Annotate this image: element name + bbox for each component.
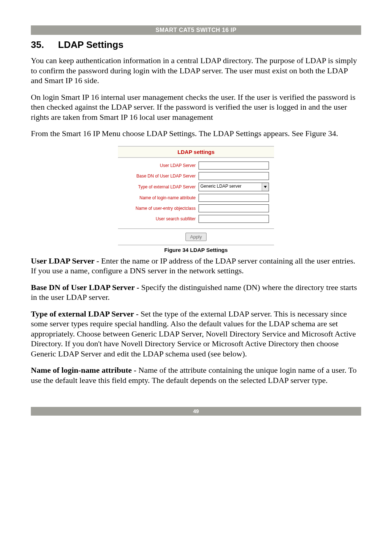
select-type-external[interactable]: Generic LDAP server <box>199 183 269 191</box>
term-type-external: Type of external LDAP Server - <box>31 309 140 318</box>
row-user-search-subfilter: User search subfilter <box>123 215 269 223</box>
input-user-search-subfilter[interactable] <box>199 215 269 223</box>
apply-button[interactable]: Apply <box>185 233 207 241</box>
def-login-name-attr: Name of login-name attribute - Name of t… <box>31 365 361 385</box>
svg-marker-0 <box>264 186 267 188</box>
term-user-ldap-server: User LDAP Server - <box>31 256 101 265</box>
ldap-settings-panel: LDAP settings User LDAP Server Base DN o… <box>118 146 274 245</box>
select-type-external-value: Generic LDAP server <box>199 183 262 191</box>
def-type-external: Type of external LDAP Server - Set the t… <box>31 309 361 359</box>
section-number: 35. <box>31 39 58 50</box>
label-base-dn: Base DN of User LDAP Server <box>123 174 199 179</box>
row-base-dn: Base DN of User LDAP Server <box>123 172 269 180</box>
chevron-down-icon <box>262 183 269 191</box>
row-user-entry-objectclass: Name of user-entry objectclass <box>123 204 269 212</box>
row-login-name-attr: Name of login-name attribute <box>123 194 269 202</box>
label-user-ldap-server: User LDAP Server <box>123 163 199 168</box>
row-user-ldap-server: User LDAP Server <box>123 162 269 170</box>
term-login-name-attr: Name of login-name attribute - <box>31 366 138 375</box>
input-base-dn[interactable] <box>199 172 269 180</box>
label-login-name-attr: Name of login-name attribute <box>123 195 199 200</box>
section-heading: 35.LDAP Settings <box>31 39 361 50</box>
label-user-entry-objectclass: Name of user-entry objectclass <box>123 206 199 211</box>
label-user-search-subfilter: User search subfilter <box>123 216 199 221</box>
panel-body: User LDAP Server Base DN of User LDAP Se… <box>118 158 274 229</box>
def-base-dn: Base DN of User LDAP Server - Specify th… <box>31 282 361 302</box>
header-title: SMART CAT5 SWITCH 16 IP <box>156 27 237 33</box>
paragraph-2: On login Smart IP 16 internal user manag… <box>31 92 361 122</box>
input-user-ldap-server[interactable] <box>199 162 269 170</box>
paragraph-1: You can keep authentication information … <box>31 56 361 86</box>
paragraph-3: From the Smart 16 IP Menu choose LDAP Se… <box>31 128 361 139</box>
panel-title: LDAP settings <box>118 147 274 158</box>
label-type-external: Type of external LDAP Server <box>123 184 199 189</box>
page-header-bar: SMART CAT5 SWITCH 16 IP <box>31 25 361 35</box>
panel-footer: Apply <box>118 229 274 245</box>
figure-34: LDAP settings User LDAP Server Base DN o… <box>118 146 274 253</box>
def-user-ldap-server: User LDAP Server - Enter the name or IP … <box>31 256 361 276</box>
section-title-text: LDAP Settings <box>58 39 123 50</box>
page-number: 49 <box>193 408 199 414</box>
term-base-dn: Base DN of User LDAP Server - <box>31 283 141 292</box>
page-footer-bar: 49 <box>31 407 361 416</box>
figure-caption: Figure 34 LDAP Settings <box>118 247 274 253</box>
input-user-entry-objectclass[interactable] <box>199 204 269 212</box>
input-login-name-attr[interactable] <box>199 194 269 202</box>
row-type-external: Type of external LDAP Server Generic LDA… <box>123 183 269 191</box>
